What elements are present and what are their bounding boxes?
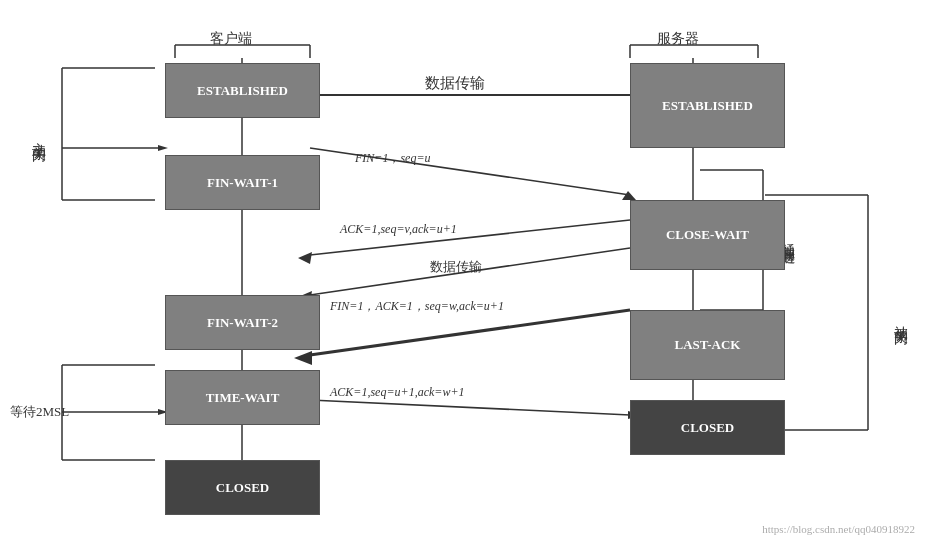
svg-marker-18 <box>294 351 312 365</box>
fin-wait-1: FIN-WAIT-1 <box>165 155 320 210</box>
server-label: 服务器 <box>657 30 699 48</box>
svg-marker-25 <box>158 145 168 151</box>
watermark: https://blog.csdn.net/qq040918922 <box>762 523 915 535</box>
ack2-label: ACK=1,seq=u+1,ack=w+1 <box>330 385 464 400</box>
client-label: 客户端 <box>210 30 252 48</box>
close-wait: CLOSE-WAIT <box>630 200 785 270</box>
data-transfer2-label: 数据传输 <box>430 258 482 276</box>
established-client: ESTABLISHED <box>165 63 320 118</box>
closed-server: CLOSED <box>630 400 785 455</box>
active-close-label: 主动关闭 <box>18 80 58 190</box>
last-ack: LAST-ACK <box>630 310 785 380</box>
svg-line-17 <box>310 310 630 355</box>
diagram-container: 客户端 服务器 主动关闭 等待2MSL 通知应用进程 被动关闭 ESTABLIS… <box>0 0 925 543</box>
data-transfer-label: 数据传输 <box>425 74 485 93</box>
fin1-label: FIN=1，seq=u <box>355 150 431 167</box>
passive-close-label: 被动关闭 <box>880 210 920 425</box>
fin-wait-2: FIN-WAIT-2 <box>165 295 320 350</box>
time-wait: TIME-WAIT <box>165 370 320 425</box>
closed-client: CLOSED <box>165 460 320 515</box>
svg-line-19 <box>310 400 630 415</box>
established-server: ESTABLISHED <box>630 63 785 148</box>
fin2-label: FIN=1，ACK=1，seq=w,ack=u+1 <box>330 298 504 315</box>
wait-2msl-label: 等待2MSL <box>10 403 69 421</box>
svg-marker-14 <box>298 252 312 264</box>
svg-marker-12 <box>622 191 636 200</box>
ack1-label: ACK=1,seq=v,ack=u+1 <box>340 222 457 237</box>
